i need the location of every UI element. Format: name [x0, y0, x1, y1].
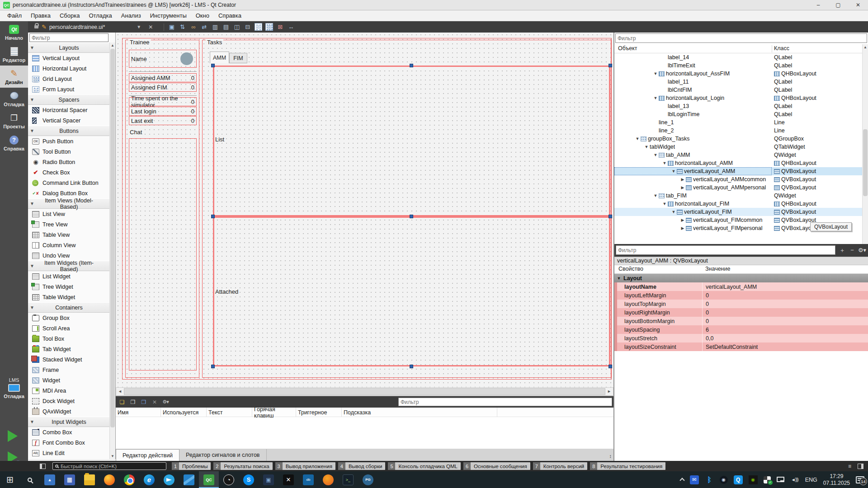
mode-item-debug[interactable]: Отладка: [0, 88, 28, 110]
new-action-icon[interactable]: [118, 399, 126, 406]
add-property-button[interactable]: ＋: [838, 245, 847, 255]
widget-item-widget[interactable]: Widget: [28, 375, 110, 385]
chevron-down-icon[interactable]: ▼: [652, 71, 659, 76]
object-name-cell[interactable]: ▼horizontalLayout_Login: [614, 94, 772, 102]
form-editor-canvas[interactable]: Trainee Name Assigned AMM0Assigned FIM0 …: [116, 33, 613, 387]
property-row-layoutSpacing[interactable]: layoutSpacing6: [614, 325, 868, 334]
output-pane-2[interactable]: 2Результаты поиска: [213, 462, 272, 470]
menu-item-8[interactable]: Справка: [214, 11, 246, 20]
property-options-button[interactable]: ⚙▾: [858, 245, 867, 255]
splitter-vertical-icon[interactable]: [244, 23, 251, 31]
tree-row-line_1[interactable]: line_1Line: [614, 118, 862, 127]
property-row-layoutStretch[interactable]: layoutStretch0,0: [614, 334, 868, 343]
property-row-layoutBottomMargin[interactable]: layoutBottomMargin0: [614, 317, 868, 325]
output-pane-5[interactable]: 5Консоль отладчика QML: [388, 462, 461, 470]
widget-item-horizontal-layout[interactable]: Horizontal Layout: [28, 63, 110, 74]
x-app-icon[interactable]: [278, 471, 298, 488]
widget-item-radio-button[interactable]: Radio Button: [28, 157, 110, 167]
widget-category-input-widgets[interactable]: ▼Input Widgets: [28, 417, 110, 427]
dark-app-icon[interactable]: [259, 471, 278, 488]
chat-area-box[interactable]: [129, 138, 197, 371]
selection-handle[interactable]: [410, 365, 413, 368]
chevron-down-icon[interactable]: ▼: [643, 145, 650, 149]
widget-item-tool-button[interactable]: Tool Button: [28, 146, 110, 157]
nvidia-tray-icon[interactable]: [749, 475, 758, 484]
form-row-time-1[interactable]: Last login0: [129, 107, 197, 116]
property-row-layoutLeftMargin[interactable]: layoutLeftMargin0: [614, 291, 868, 300]
output-pane-8[interactable]: 8Результаты тестирования: [590, 462, 665, 470]
widget-item-group-box[interactable]: Group Box: [28, 313, 110, 323]
widget-item-tree-view[interactable]: Tree View: [28, 219, 110, 230]
chevron-down-icon[interactable]: ▼: [652, 193, 659, 198]
widget-item-vertical-layout[interactable]: Vertical Layout: [28, 53, 110, 63]
q-app-tray-icon[interactable]: [734, 475, 743, 484]
widget-item-column-view[interactable]: Column View: [28, 240, 110, 250]
scrollbar-thumb[interactable]: [110, 49, 115, 427]
splitter-horizontal-icon[interactable]: [233, 23, 241, 31]
edit-buddies-icon[interactable]: [189, 23, 197, 31]
object-name-cell[interactable]: label_14: [614, 53, 772, 61]
object-name-cell[interactable]: ▼verticalLayout_FIM: [614, 208, 772, 216]
adjust-size-icon[interactable]: [287, 23, 295, 31]
volume-tray-icon[interactable]: [790, 475, 799, 484]
object-name-cell[interactable]: ▶verticalLayout_AMMcommon: [614, 175, 772, 183]
edit-tab-order-icon[interactable]: [200, 23, 208, 31]
object-name-cell[interactable]: ▼tab_FIM: [614, 192, 772, 200]
scroll-up-icon[interactable]: ▲: [863, 44, 868, 50]
object-inspector-filter-input[interactable]: [615, 33, 867, 43]
widget-item-check-box[interactable]: Check Box: [28, 167, 110, 178]
widget-category-item-widgets-item-based-[interactable]: ▼Item Widgets (Item-Based): [28, 261, 110, 271]
widget-item-frame[interactable]: Frame: [28, 365, 110, 375]
avatar-placeholder[interactable]: [180, 52, 193, 65]
chevron-down-icon[interactable]: ▼: [652, 153, 659, 157]
start-button[interactable]: [0, 471, 20, 488]
selection-handle[interactable]: [211, 215, 215, 218]
layout-section-header[interactable]: ▼ Layout: [614, 274, 868, 282]
output-pane-4[interactable]: 4Вывод сборки: [338, 462, 386, 470]
form-row-stat-0[interactable]: Assigned AMM0: [129, 73, 197, 82]
menu-item-3[interactable]: Сборка: [55, 11, 85, 20]
scroll-left-icon[interactable]: ◄: [116, 388, 124, 395]
form-row-stat-1[interactable]: Assigned FIM0: [129, 83, 197, 92]
chevron-down-icon[interactable]: ▼: [670, 169, 677, 174]
widget-category-buttons[interactable]: ▼Buttons: [28, 126, 110, 136]
notifications-icon[interactable]: 14: [856, 476, 864, 483]
bluetooth-tray-icon[interactable]: [705, 475, 714, 484]
run-button[interactable]: [8, 430, 18, 442]
mode-item-projects[interactable]: Проекты: [0, 110, 28, 132]
telegram-icon[interactable]: [159, 471, 179, 488]
widget-category-containers[interactable]: ▼Containers: [28, 302, 110, 313]
menu-item-6[interactable]: Инструменты: [146, 11, 191, 20]
widget-item-tree-widget[interactable]: Tree Widget: [28, 282, 110, 292]
document-close-icon[interactable]: ✕: [148, 24, 153, 30]
tree-row-lblTimeExit[interactable]: lblTimeExitQLabel: [614, 61, 862, 70]
widget-item-table-widget[interactable]: Table Widget: [28, 292, 110, 302]
remove-property-button[interactable]: −: [848, 245, 857, 255]
calculator-app-icon[interactable]: [60, 471, 80, 488]
widget-item-list-widget[interactable]: List Widget: [28, 271, 110, 282]
tree-row-label_13[interactable]: label_13QLabel: [614, 102, 862, 110]
widget-item-tool-box[interactable]: Tool Box: [28, 333, 110, 344]
widget-item-vertical-spacer[interactable]: Vertical Spacer: [28, 115, 110, 126]
object-name-cell[interactable]: ▼tab_AMM: [614, 151, 772, 159]
tree-row-verticalLayout_AMM[interactable]: ▼verticalLayout_AMMQVBoxLayout: [614, 167, 862, 175]
property-value[interactable]: 0: [702, 317, 868, 325]
selection-handle[interactable]: [211, 365, 215, 368]
menu-item-7[interactable]: Окно: [191, 11, 214, 20]
output-pane-1[interactable]: 1Проблемы: [172, 462, 211, 470]
object-name-cell[interactable]: ▶verticalLayout_FIMpersonal: [614, 224, 772, 232]
tree-row-verticalLayout_AMMcommon[interactable]: ▶verticalLayout_AMMcommonQVBoxLayout: [614, 175, 862, 183]
output-pane-3[interactable]: 3Вывод приложения: [275, 462, 335, 470]
file-explorer-icon[interactable]: [80, 471, 99, 488]
object-name-cell[interactable]: ▼groupBox_Tasks: [614, 135, 772, 143]
output-pane-7[interactable]: 7Контроль версий: [533, 462, 588, 470]
object-name-cell[interactable]: ▼verticalLayout_AMM: [614, 167, 772, 175]
property-filter-input[interactable]: [616, 245, 835, 255]
chevron-right-icon[interactable]: ▶: [679, 218, 686, 222]
output-panes-menu-icon[interactable]: ≡: [848, 463, 851, 469]
mode-item-qt-logo[interactable]: QtНачало: [0, 21, 28, 43]
widget-item-list-view[interactable]: List View: [28, 209, 110, 219]
tree-row-lblLoginTime[interactable]: lblLoginTimeQLabel: [614, 110, 862, 118]
separator-line[interactable]: [129, 71, 197, 72]
widget-item-dock-widget[interactable]: Dock Widget: [28, 396, 110, 406]
